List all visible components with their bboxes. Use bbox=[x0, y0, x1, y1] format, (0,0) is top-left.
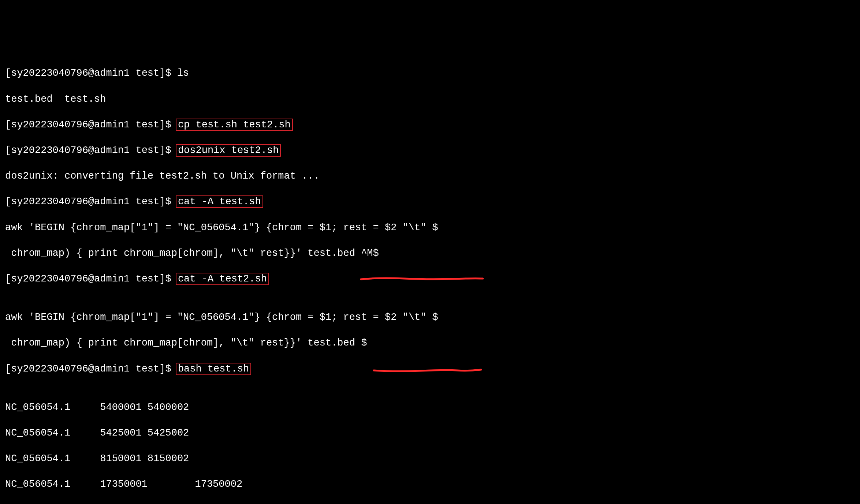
terminal-line: chrom_map) { print chrom_map[chrom], "\t… bbox=[5, 337, 855, 350]
terminal-line: NC_056054.1 8150001 8150002 bbox=[5, 452, 855, 465]
command-cat-test2sh-boxed: cat -A test2.sh bbox=[176, 273, 269, 285]
prompt: [sy20223040796@admin1 test]$ bbox=[5, 363, 177, 374]
prompt: [sy20223040796@admin1 test]$ bbox=[5, 68, 177, 79]
prompt: [sy20223040796@admin1 test]$ bbox=[5, 119, 177, 130]
command-ls: ls bbox=[177, 68, 189, 79]
output: NC_056054.1 5400001 5400002 bbox=[5, 402, 189, 413]
terminal-line: test.bed test.sh bbox=[5, 93, 855, 106]
output: NC_056054.1 17350001 17350002 bbox=[5, 479, 242, 490]
terminal-line: chrom_map) { print chrom_map[chrom], "\t… bbox=[5, 247, 855, 260]
prompt: [sy20223040796@admin1 test]$ bbox=[5, 273, 177, 284]
output: NC_056054.1 5425001 5425002 bbox=[5, 428, 189, 438]
prompt: [sy20223040796@admin1 test]$ bbox=[5, 145, 177, 156]
terminal-output[interactable]: [sy20223040796@admin1 test]$ ls test.bed… bbox=[5, 54, 855, 504]
command-bash-testsh-boxed: bash test.sh bbox=[176, 363, 251, 375]
terminal-line: [sy20223040796@admin1 test]$ cat -A test… bbox=[5, 273, 855, 298]
output: awk 'BEGIN {chrom_map["1"] = "NC_056054.… bbox=[5, 222, 438, 233]
command-cat-testsh-boxed: cat -A test.sh bbox=[176, 195, 263, 208]
annotation-underline bbox=[373, 368, 483, 375]
terminal-line: [sy20223040796@admin1 test]$ dos2unix te… bbox=[5, 144, 855, 157]
terminal-line: [sy20223040796@admin1 test]$ bash test.s… bbox=[5, 363, 855, 388]
output: dos2unix: converting file test2.sh to Un… bbox=[5, 171, 320, 182]
output: awk 'BEGIN {chrom_map["1"] = "NC_056054.… bbox=[5, 312, 438, 323]
terminal-line: [sy20223040796@admin1 test]$ cp test.sh … bbox=[5, 119, 855, 131]
terminal-line: awk 'BEGIN {chrom_map["1"] = "NC_056054.… bbox=[5, 311, 855, 324]
terminal-line: [sy20223040796@admin1 test]$ ls bbox=[5, 67, 855, 80]
command-dos2unix-boxed: dos2unix test2.sh bbox=[176, 144, 281, 157]
terminal-line: awk 'BEGIN {chrom_map["1"] = "NC_056054.… bbox=[5, 221, 855, 234]
terminal-line: NC_056054.1 5400001 5400002 bbox=[5, 401, 855, 414]
terminal-line: [sy20223040796@admin1 test]$ cat -A test… bbox=[5, 195, 855, 208]
output: chrom_map) { print chrom_map[chrom], "\t… bbox=[5, 337, 367, 348]
prompt: [sy20223040796@admin1 test]$ bbox=[5, 196, 177, 207]
terminal-line: NC_056054.1 5425001 5425002 bbox=[5, 427, 855, 440]
terminal-line: NC_056054.1 17350001 17350002 bbox=[5, 478, 855, 491]
output: chrom_map) { print chrom_map[chrom], "\t… bbox=[5, 248, 379, 259]
output: NC_056054.1 8150001 8150002 bbox=[5, 453, 189, 464]
command-cp-boxed: cp test.sh test2.sh bbox=[176, 119, 293, 131]
annotation-underline bbox=[360, 276, 485, 284]
output: test.bed test.sh bbox=[5, 94, 106, 105]
terminal-line: dos2unix: converting file test2.sh to Un… bbox=[5, 170, 855, 183]
